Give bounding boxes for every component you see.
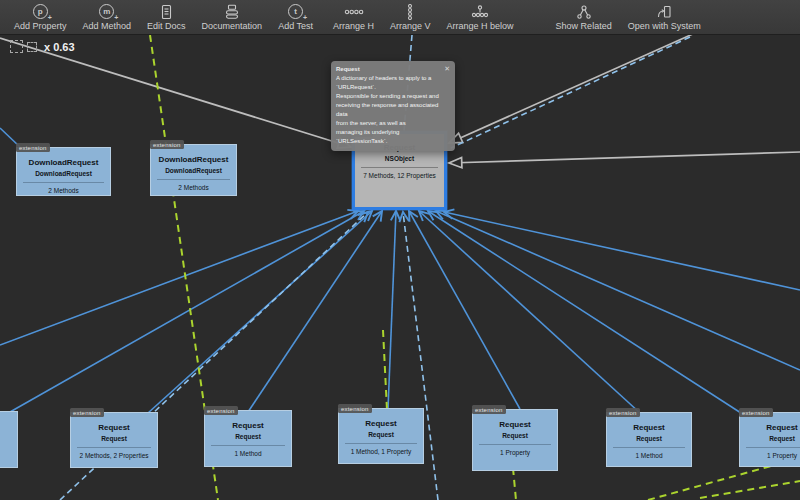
documentation-button[interactable]: Documentation — [194, 0, 271, 34]
add-method-button[interactable]: mAdd Method — [75, 0, 140, 34]
node-kind-badge: extension — [204, 406, 238, 415]
node-divider — [746, 447, 800, 448]
close-icon[interactable]: ✕ — [444, 65, 450, 72]
add-property-icon: p — [33, 3, 48, 20]
arrange-v-button[interactable]: Arrange V — [382, 0, 439, 34]
node-kind-badge: extension — [606, 408, 640, 417]
open-with-system-label: Open with System — [628, 21, 701, 31]
node-subtitle: Request — [205, 433, 291, 440]
node-divider — [77, 447, 151, 448]
arrange-h-below-icon — [471, 3, 489, 20]
arrange-h-below-button[interactable]: Arrange H below — [439, 0, 522, 34]
documentation-label: Documentation — [202, 21, 263, 31]
arrange-h-below-label: Arrange H below — [447, 21, 514, 31]
node-kind-badge: extension — [739, 408, 773, 417]
toolbar: pAdd PropertymAdd MethodEdit DocsDocumen… — [0, 0, 800, 35]
node-divider — [613, 447, 685, 448]
node-downloadrequest-ext-1[interactable]: extensionDownloadRequestDownloadRequest2… — [16, 147, 111, 196]
add-test-button[interactable]: tAdd Test — [270, 0, 321, 34]
arrange-h-button[interactable]: Arrange H — [325, 0, 382, 34]
node-subtitle: NSObject — [355, 155, 444, 162]
arrange-h-label: Arrange H — [333, 21, 374, 31]
node-members-summary: 2 Methods — [151, 184, 236, 191]
edit-docs-icon — [158, 3, 174, 20]
node-title: Request — [607, 423, 691, 432]
node-members-summary: 1 Method, 1 Property — [339, 448, 423, 455]
node-subtitle: DownloadRequest — [17, 170, 110, 177]
show-related-button[interactable]: Show Related — [548, 0, 620, 34]
tooltip-header: Request ✕ — [336, 65, 450, 72]
node-subtitle: Request — [607, 435, 691, 442]
node-kind-badge: extension — [70, 408, 104, 417]
node-kind-badge: extension — [16, 143, 50, 152]
node-divider — [479, 444, 551, 445]
edit-docs-label: Edit Docs — [147, 21, 186, 31]
node-request-ext-1[interactable]: extensionRequestRequest2 Methods, 2 Prop… — [70, 412, 158, 468]
node-title: DownloadRequest — [151, 155, 236, 164]
node-kind-badge: extension — [338, 404, 372, 413]
node-title: DownloadRequest — [17, 158, 110, 167]
open-with-system-icon — [656, 3, 672, 20]
node-divider — [157, 179, 230, 180]
arrange-v-label: Arrange V — [390, 21, 431, 31]
node-divider — [23, 182, 104, 183]
arrange-h-icon — [344, 3, 364, 20]
add-method-label: Add Method — [83, 21, 132, 31]
documentation-icon — [224, 3, 240, 20]
node-request-ext-5[interactable]: extensionRequestRequest1 Method — [606, 412, 692, 467]
node-members-summary: 1 Method — [607, 452, 691, 459]
node-subtitle: Request — [71, 435, 157, 442]
node-title: Request — [205, 421, 291, 430]
add-method-icon: m — [99, 3, 114, 20]
node-divider — [345, 443, 417, 444]
zoom-level-label: x 0.63 — [44, 41, 75, 53]
add-property-button[interactable]: pAdd Property — [6, 0, 75, 34]
app-window: classRequestNSObject7 Methods, 12 Proper… — [0, 0, 800, 500]
node-members-summary: 7 Methods, 12 Properties — [355, 172, 444, 179]
node-subtitle: Request — [339, 431, 423, 438]
node-members-summary: 1 Method — [205, 450, 291, 457]
selection-frame-icon — [27, 42, 37, 52]
node-downloadrequest-ext-2[interactable]: extensionDownloadRequestDownloadRequest2… — [150, 144, 237, 196]
node-divider — [361, 167, 438, 168]
node-divider — [211, 445, 285, 446]
node-title: Request — [71, 423, 157, 432]
tooltip-description: A dictionary of headers to apply to a `U… — [336, 74, 450, 146]
node-request-ext-2[interactable]: extensionRequestRequest1 Method — [204, 410, 292, 467]
node-request-ext-4[interactable]: extensionRequestRequest1 Property — [472, 409, 558, 471]
node-title: Request — [740, 423, 800, 432]
arrange-v-icon — [402, 3, 418, 20]
edit-docs-button[interactable]: Edit Docs — [139, 0, 194, 34]
node-members-summary: 1 Property — [740, 452, 800, 459]
doc-tooltip: Request ✕ A dictionary of headers to app… — [331, 61, 455, 151]
node-request-ext-3[interactable]: extensionRequestRequest1 Method, 1 Prope… — [338, 408, 424, 464]
add-test-label: Add Test — [278, 21, 313, 31]
node-clipped-left[interactable] — [0, 411, 18, 468]
show-related-label: Show Related — [556, 21, 612, 31]
node-subtitle: Request — [740, 435, 800, 442]
selection-frame-icon — [10, 40, 23, 53]
node-subtitle: DownloadRequest — [151, 167, 236, 174]
show-related-icon — [576, 3, 592, 20]
tooltip-title: Request — [336, 66, 360, 72]
add-test-icon: t — [288, 3, 303, 20]
node-members-summary: 2 Methods, 2 Properties — [71, 452, 157, 459]
open-with-system-button[interactable]: Open with System — [620, 0, 709, 34]
add-property-label: Add Property — [14, 21, 67, 31]
node-subtitle: Request — [473, 432, 557, 439]
node-kind-badge: extension — [472, 405, 506, 414]
node-members-summary: 1 Property — [473, 449, 557, 456]
node-kind-badge: extension — [150, 140, 184, 149]
node-title: Request — [339, 419, 423, 428]
node-request-ext-6[interactable]: extensionRequestRequest1 Property — [739, 412, 800, 467]
node-title: Request — [473, 420, 557, 429]
zoom-indicator: x 0.63 — [10, 40, 75, 53]
node-members-summary: 2 Methods — [17, 187, 110, 194]
